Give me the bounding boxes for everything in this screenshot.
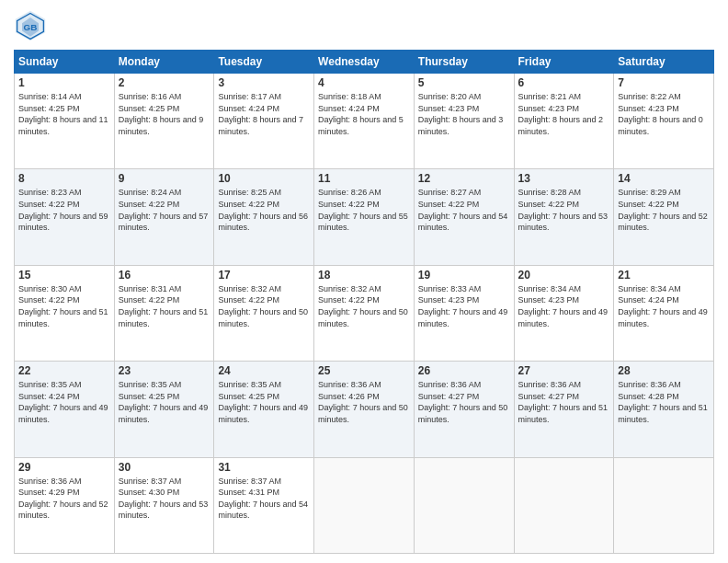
calendar-cell: 1Sunrise: 8:14 AMSunset: 4:25 PMDaylight…: [15, 74, 115, 169]
day-info: Sunrise: 8:23 AMSunset: 4:22 PMDaylight:…: [18, 187, 110, 233]
calendar-cell: 29Sunrise: 8:36 AMSunset: 4:29 PMDayligh…: [15, 457, 115, 553]
svg-text:GB: GB: [24, 22, 38, 32]
calendar-cell: 21Sunrise: 8:34 AMSunset: 4:24 PMDayligh…: [614, 265, 714, 361]
weekday-header-monday: Monday: [114, 51, 214, 74]
calendar-cell: 12Sunrise: 8:27 AMSunset: 4:22 PMDayligh…: [414, 169, 514, 265]
day-info: Sunrise: 8:35 AMSunset: 4:25 PMDaylight:…: [119, 379, 210, 425]
calendar-cell: 23Sunrise: 8:35 AMSunset: 4:25 PMDayligh…: [114, 362, 214, 457]
calendar-cell: 5Sunrise: 8:20 AMSunset: 4:23 PMDaylight…: [414, 74, 514, 169]
day-number: 1: [18, 76, 110, 89]
calendar-cell: 10Sunrise: 8:25 AMSunset: 4:22 PMDayligh…: [214, 169, 314, 265]
calendar-cell: [614, 457, 714, 553]
day-number: 27: [518, 364, 610, 377]
day-info: Sunrise: 8:36 AMSunset: 4:28 PMDaylight:…: [618, 379, 710, 425]
calendar-cell: 8Sunrise: 8:23 AMSunset: 4:22 PMDaylight…: [15, 169, 115, 265]
day-info: Sunrise: 8:36 AMSunset: 4:29 PMDaylight:…: [18, 476, 110, 522]
weekday-header-friday: Friday: [514, 51, 614, 74]
day-info: Sunrise: 8:33 AMSunset: 4:23 PMDaylight:…: [418, 283, 510, 329]
day-info: Sunrise: 8:30 AMSunset: 4:22 PMDaylight:…: [18, 283, 110, 329]
logo: GB: [14, 9, 51, 42]
day-number: 16: [119, 269, 210, 282]
day-info: Sunrise: 8:14 AMSunset: 4:25 PMDaylight:…: [18, 91, 110, 137]
day-number: 15: [18, 269, 110, 282]
weekday-header-sunday: Sunday: [15, 51, 115, 74]
weekday-header-saturday: Saturday: [614, 51, 714, 74]
day-number: 18: [318, 269, 410, 282]
calendar-cell: [414, 457, 514, 553]
day-number: 25: [318, 364, 410, 377]
day-number: 7: [618, 76, 710, 89]
day-info: Sunrise: 8:35 AMSunset: 4:24 PMDaylight:…: [18, 379, 110, 425]
header: GB: [14, 9, 714, 42]
day-info: Sunrise: 8:25 AMSunset: 4:22 PMDaylight:…: [218, 187, 310, 233]
day-info: Sunrise: 8:18 AMSunset: 4:24 PMDaylight:…: [318, 91, 410, 137]
day-number: 19: [418, 269, 510, 282]
day-info: Sunrise: 8:32 AMSunset: 4:22 PMDaylight:…: [218, 283, 310, 329]
calendar-cell: [514, 457, 614, 553]
calendar-cell: 4Sunrise: 8:18 AMSunset: 4:24 PMDaylight…: [314, 74, 415, 169]
calendar-cell: 18Sunrise: 8:32 AMSunset: 4:22 PMDayligh…: [314, 265, 415, 361]
day-info: Sunrise: 8:35 AMSunset: 4:25 PMDaylight:…: [218, 379, 310, 425]
page: GB SundayMondayTuesdayWednesdayThursdayF…: [0, 0, 728, 563]
day-number: 13: [518, 172, 610, 185]
day-info: Sunrise: 8:31 AMSunset: 4:22 PMDaylight:…: [119, 283, 210, 329]
calendar-cell: 11Sunrise: 8:26 AMSunset: 4:22 PMDayligh…: [314, 169, 415, 265]
day-info: Sunrise: 8:34 AMSunset: 4:24 PMDaylight:…: [618, 283, 710, 329]
calendar-cell: 20Sunrise: 8:34 AMSunset: 4:23 PMDayligh…: [514, 265, 614, 361]
day-number: 8: [18, 172, 110, 185]
day-number: 4: [318, 76, 410, 89]
calendar-cell: 30Sunrise: 8:37 AMSunset: 4:30 PMDayligh…: [114, 457, 214, 553]
day-info: Sunrise: 8:20 AMSunset: 4:23 PMDaylight:…: [418, 91, 510, 137]
day-number: 9: [119, 172, 210, 185]
day-info: Sunrise: 8:37 AMSunset: 4:30 PMDaylight:…: [119, 476, 210, 522]
day-info: Sunrise: 8:28 AMSunset: 4:22 PMDaylight:…: [518, 187, 610, 233]
calendar-cell: 27Sunrise: 8:36 AMSunset: 4:27 PMDayligh…: [514, 362, 614, 457]
calendar-cell: 26Sunrise: 8:36 AMSunset: 4:27 PMDayligh…: [414, 362, 514, 457]
calendar-cell: 14Sunrise: 8:29 AMSunset: 4:22 PMDayligh…: [614, 169, 714, 265]
day-number: 2: [119, 76, 210, 89]
day-info: Sunrise: 8:37 AMSunset: 4:31 PMDaylight:…: [218, 476, 310, 522]
calendar-cell: 2Sunrise: 8:16 AMSunset: 4:25 PMDaylight…: [114, 74, 214, 169]
day-info: Sunrise: 8:34 AMSunset: 4:23 PMDaylight:…: [518, 283, 610, 329]
day-info: Sunrise: 8:24 AMSunset: 4:22 PMDaylight:…: [119, 187, 210, 233]
day-info: Sunrise: 8:17 AMSunset: 4:24 PMDaylight:…: [218, 91, 310, 137]
day-number: 12: [418, 172, 510, 185]
calendar-cell: 28Sunrise: 8:36 AMSunset: 4:28 PMDayligh…: [614, 362, 714, 457]
day-info: Sunrise: 8:16 AMSunset: 4:25 PMDaylight:…: [119, 91, 210, 137]
calendar-cell: 6Sunrise: 8:21 AMSunset: 4:23 PMDaylight…: [514, 74, 614, 169]
day-info: Sunrise: 8:36 AMSunset: 4:27 PMDaylight:…: [418, 379, 510, 425]
day-info: Sunrise: 8:21 AMSunset: 4:23 PMDaylight:…: [518, 91, 610, 137]
logo-icon: GB: [14, 9, 47, 42]
calendar-cell: 17Sunrise: 8:32 AMSunset: 4:22 PMDayligh…: [214, 265, 314, 361]
calendar-table: SundayMondayTuesdayWednesdayThursdayFrid…: [14, 50, 714, 554]
calendar-cell: 24Sunrise: 8:35 AMSunset: 4:25 PMDayligh…: [214, 362, 314, 457]
day-number: 28: [618, 364, 710, 377]
day-number: 14: [618, 172, 710, 185]
day-number: 29: [18, 461, 110, 474]
calendar-cell: 3Sunrise: 8:17 AMSunset: 4:24 PMDaylight…: [214, 74, 314, 169]
weekday-header-tuesday: Tuesday: [214, 51, 314, 74]
day-number: 21: [618, 269, 710, 282]
calendar-cell: 7Sunrise: 8:22 AMSunset: 4:23 PMDaylight…: [614, 74, 714, 169]
day-info: Sunrise: 8:26 AMSunset: 4:22 PMDaylight:…: [318, 187, 410, 233]
calendar-cell: [314, 457, 415, 553]
day-number: 26: [418, 364, 510, 377]
day-number: 5: [418, 76, 510, 89]
day-info: Sunrise: 8:29 AMSunset: 4:22 PMDaylight:…: [618, 187, 710, 233]
calendar-cell: 25Sunrise: 8:36 AMSunset: 4:26 PMDayligh…: [314, 362, 415, 457]
calendar-cell: 15Sunrise: 8:30 AMSunset: 4:22 PMDayligh…: [15, 265, 115, 361]
day-number: 3: [218, 76, 310, 89]
day-info: Sunrise: 8:27 AMSunset: 4:22 PMDaylight:…: [418, 187, 510, 233]
day-number: 23: [119, 364, 210, 377]
weekday-header-wednesday: Wednesday: [314, 51, 415, 74]
day-info: Sunrise: 8:36 AMSunset: 4:27 PMDaylight:…: [518, 379, 610, 425]
calendar-cell: 31Sunrise: 8:37 AMSunset: 4:31 PMDayligh…: [214, 457, 314, 553]
day-info: Sunrise: 8:32 AMSunset: 4:22 PMDaylight:…: [318, 283, 410, 329]
day-info: Sunrise: 8:36 AMSunset: 4:26 PMDaylight:…: [318, 379, 410, 425]
day-number: 31: [218, 461, 310, 474]
day-number: 6: [518, 76, 610, 89]
day-number: 17: [218, 269, 310, 282]
calendar-cell: 19Sunrise: 8:33 AMSunset: 4:23 PMDayligh…: [414, 265, 514, 361]
day-number: 22: [18, 364, 110, 377]
calendar-cell: 22Sunrise: 8:35 AMSunset: 4:24 PMDayligh…: [15, 362, 115, 457]
